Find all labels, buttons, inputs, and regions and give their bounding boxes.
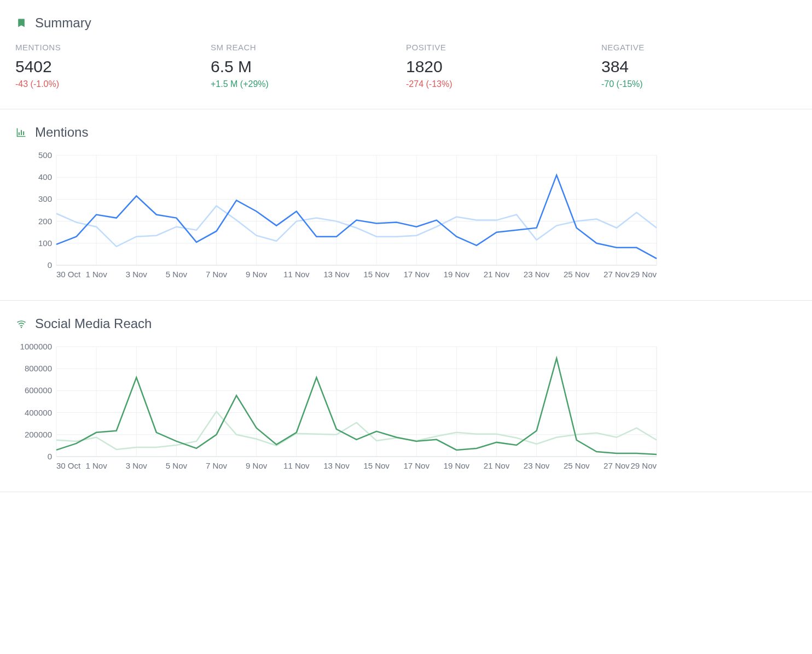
svg-text:5 Nov: 5 Nov xyxy=(166,270,188,279)
svg-text:30 Oct: 30 Oct xyxy=(56,270,81,279)
svg-text:27 Nov: 27 Nov xyxy=(604,270,630,279)
mentions-header: Mentions xyxy=(15,125,797,140)
svg-text:800000: 800000 xyxy=(25,364,52,373)
summary-header: Summary xyxy=(15,15,797,31)
svg-text:1 Nov: 1 Nov xyxy=(86,461,108,470)
svg-text:200: 200 xyxy=(38,217,52,226)
svg-text:13 Nov: 13 Nov xyxy=(323,270,350,279)
reach-chart: 0200000400000600000800000100000030 Oct1 … xyxy=(15,343,797,472)
svg-text:200000: 200000 xyxy=(25,430,52,439)
svg-text:600000: 600000 xyxy=(25,386,52,395)
svg-text:0: 0 xyxy=(48,260,52,270)
bar-chart-icon xyxy=(15,126,27,138)
svg-text:27 Nov: 27 Nov xyxy=(604,461,630,470)
svg-text:1 Nov: 1 Nov xyxy=(86,270,108,279)
svg-text:9 Nov: 9 Nov xyxy=(246,461,268,470)
metric-label: MENTIONS xyxy=(15,43,200,52)
mentions-chart: 010020030040050030 Oct1 Nov3 Nov5 Nov7 N… xyxy=(15,152,797,281)
svg-text:29 Nov: 29 Nov xyxy=(630,270,657,279)
svg-text:17 Nov: 17 Nov xyxy=(403,461,430,470)
metric-delta: +1.5 M (+29%) xyxy=(211,79,395,89)
summary-section: Summary MENTIONS 5402 -43 (-1.0%) SM REA… xyxy=(0,0,812,109)
svg-text:25 Nov: 25 Nov xyxy=(564,270,590,279)
svg-text:13 Nov: 13 Nov xyxy=(323,461,350,470)
mentions-section: Mentions 010020030040050030 Oct1 Nov3 No… xyxy=(0,109,812,301)
metric-sm-reach: SM REACH 6.5 M +1.5 M (+29%) xyxy=(211,43,406,89)
svg-text:11 Nov: 11 Nov xyxy=(283,461,310,470)
svg-text:500: 500 xyxy=(38,152,52,160)
metric-label: NEGATIVE xyxy=(601,43,786,52)
svg-text:21 Nov: 21 Nov xyxy=(484,461,510,470)
svg-text:7 Nov: 7 Nov xyxy=(206,270,228,279)
svg-text:100: 100 xyxy=(38,238,52,248)
metric-value: 1820 xyxy=(406,57,590,76)
svg-text:0: 0 xyxy=(48,452,52,461)
metric-negative: NEGATIVE 384 -70 (-15%) xyxy=(601,43,797,89)
metric-value: 384 xyxy=(601,57,786,76)
reach-section: Social Media Reach 020000040000060000080… xyxy=(0,301,812,492)
svg-text:19 Nov: 19 Nov xyxy=(444,461,470,470)
svg-text:9 Nov: 9 Nov xyxy=(246,270,268,279)
metric-label: SM REACH xyxy=(211,43,395,52)
wifi-icon xyxy=(15,318,27,330)
svg-text:15 Nov: 15 Nov xyxy=(363,270,390,279)
svg-text:29 Nov: 29 Nov xyxy=(630,461,657,470)
metric-value: 5402 xyxy=(15,57,200,76)
svg-text:23 Nov: 23 Nov xyxy=(524,270,550,279)
metric-mentions: MENTIONS 5402 -43 (-1.0%) xyxy=(15,43,211,89)
series-current xyxy=(56,358,657,454)
svg-text:21 Nov: 21 Nov xyxy=(484,270,510,279)
summary-title: Summary xyxy=(35,15,91,31)
series-previous xyxy=(56,206,657,247)
svg-text:23 Nov: 23 Nov xyxy=(524,461,550,470)
svg-text:25 Nov: 25 Nov xyxy=(564,461,590,470)
metric-delta: -274 (-13%) xyxy=(406,79,590,89)
metric-positive: POSITIVE 1820 -274 (-13%) xyxy=(406,43,601,89)
svg-text:17 Nov: 17 Nov xyxy=(403,270,430,279)
svg-text:19 Nov: 19 Nov xyxy=(444,270,470,279)
metric-value: 6.5 M xyxy=(211,57,395,76)
svg-text:11 Nov: 11 Nov xyxy=(283,270,310,279)
svg-text:400000: 400000 xyxy=(25,408,52,417)
summary-metrics: MENTIONS 5402 -43 (-1.0%) SM REACH 6.5 M… xyxy=(15,43,797,89)
svg-text:1000000: 1000000 xyxy=(20,343,52,351)
series-previous xyxy=(56,412,657,449)
svg-text:300: 300 xyxy=(38,194,52,203)
metric-label: POSITIVE xyxy=(406,43,590,52)
svg-text:7 Nov: 7 Nov xyxy=(206,461,228,470)
svg-text:15 Nov: 15 Nov xyxy=(363,461,390,470)
svg-text:5 Nov: 5 Nov xyxy=(166,461,188,470)
reach-title: Social Media Reach xyxy=(35,316,152,331)
series-current xyxy=(56,175,657,259)
bookmark-icon xyxy=(15,17,27,29)
metric-delta: -43 (-1.0%) xyxy=(15,79,200,89)
svg-text:3 Nov: 3 Nov xyxy=(126,270,148,279)
svg-text:3 Nov: 3 Nov xyxy=(126,461,148,470)
svg-point-45 xyxy=(21,326,22,328)
mentions-title: Mentions xyxy=(35,125,88,140)
reach-header: Social Media Reach xyxy=(15,316,797,331)
metric-delta: -70 (-15%) xyxy=(601,79,786,89)
svg-text:30 Oct: 30 Oct xyxy=(56,461,81,470)
svg-text:400: 400 xyxy=(38,172,52,182)
